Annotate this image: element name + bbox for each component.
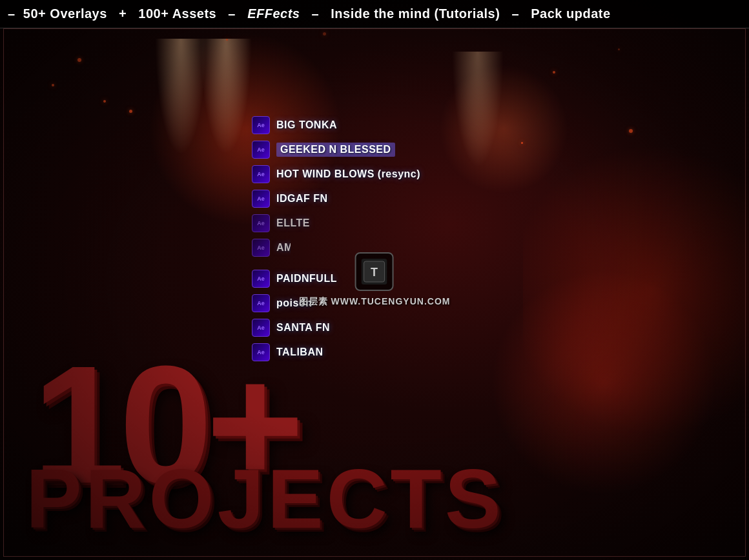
project-item[interactable]: AeHOT WIND BLOWS (resync)	[252, 165, 420, 183]
ticker-assets: 100+ Assets	[138, 6, 216, 21]
particle-5	[553, 71, 555, 74]
ae-icon: Ae	[252, 239, 270, 257]
particle-6	[629, 129, 633, 133]
project-item[interactable]: AeBIG TONKA	[252, 116, 420, 134]
project-name: BIG TONKA	[276, 119, 337, 131]
ae-icon: Ae	[252, 141, 270, 159]
lamp-glow-left	[155, 39, 207, 155]
project-list: AeBIG TONKAAeGEEKED N BLESSEDAeHOT WIND …	[252, 116, 420, 368]
project-item[interactable]: AeTALIBAN	[252, 343, 420, 361]
project-name: AM	[276, 242, 293, 254]
lamp-glow-right	[452, 52, 504, 168]
particle-7	[618, 48, 620, 50]
main-container: 10+ PROJECTS AeBIG TONKAAeGEEKED N BLESS…	[0, 0, 749, 560]
ae-icon: Ae	[252, 190, 270, 208]
watermark-icon: T	[355, 252, 394, 291]
ticker-text: – 50+ Overlays + 100+ Assets – EFFects –…	[0, 6, 611, 21]
watermark-svg-icon: T	[362, 259, 387, 285]
ticker-dash-4: –	[508, 6, 523, 21]
project-name: ELLTE	[276, 217, 310, 229]
project-name: SANTA FN	[276, 322, 330, 334]
ticker-overlays: 50+ Overlays	[23, 6, 107, 21]
project-name: IDGAF FN	[276, 193, 328, 205]
particle-9	[323, 32, 326, 35]
ticker-dash-2: –	[224, 6, 240, 21]
ticker-dash-1: +	[115, 6, 130, 21]
project-item[interactable]: AeGEEKED N BLESSED	[252, 141, 420, 159]
particle-8	[103, 100, 106, 103]
ae-icon: Ae	[252, 116, 270, 134]
ticker-tutorials: Inside the mind (Tutorials)	[331, 6, 500, 21]
particle-10	[521, 142, 523, 144]
ticker-bar: – 50+ Overlays + 100+ Assets – EFFects –…	[0, 0, 749, 28]
big-projects-text: PROJECTS	[26, 450, 504, 547]
lamp-glow-center	[200, 39, 252, 155]
ae-icon: Ae	[252, 294, 270, 312]
project-name: HOT WIND BLOWS (resync)	[276, 168, 420, 180]
project-item[interactable]: AeIDGAF FN	[252, 190, 420, 208]
ticker-dash-3: –	[308, 6, 323, 21]
watermark-text: 图层素 WWW.TUCENGYUN.COM	[299, 296, 451, 308]
light-blob-4	[491, 270, 717, 495]
ticker-effects: EFFects	[247, 6, 300, 21]
ae-icon: Ae	[252, 319, 270, 337]
ae-icon: Ae	[252, 214, 270, 232]
particle-2	[52, 84, 54, 86]
ae-icon: Ae	[252, 343, 270, 361]
particle-4	[226, 39, 228, 41]
project-item[interactable]: AeSANTA FN	[252, 319, 420, 337]
ae-icon: Ae	[252, 165, 270, 183]
project-name: GEEKED N BLESSED	[276, 143, 395, 157]
particle-3	[129, 110, 132, 113]
ticker-pack: Pack update	[531, 6, 610, 21]
svg-text:T: T	[371, 266, 378, 279]
project-name: TALIBAN	[276, 346, 323, 358]
ae-icon: Ae	[252, 270, 270, 288]
watermark: T 图层素 WWW.TUCENGYUN.COM	[299, 252, 451, 308]
project-item[interactable]: AeELLTE	[252, 214, 394, 232]
particle-1	[77, 58, 81, 62]
